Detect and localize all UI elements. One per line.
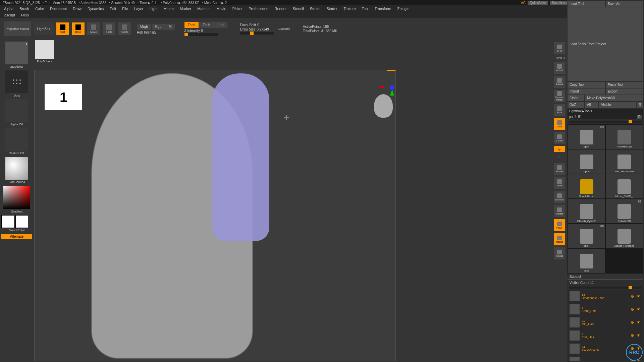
- draw-button[interactable]: Draw: [72, 22, 85, 35]
- menu-dynamics[interactable]: Dynamics: [88, 7, 104, 11]
- save-as-button[interactable]: Save As: [606, 1, 643, 7]
- tool-item[interactable]: Jacket_Referenc: [606, 224, 643, 248]
- menu-preferences[interactable]: Preferences: [249, 7, 268, 11]
- dynamic-toggle[interactable]: Dynamic: [278, 27, 290, 31]
- material-thumbnail[interactable]: [5, 157, 28, 180]
- menu-draw[interactable]: Draw: [73, 7, 82, 11]
- eye-icon[interactable]: 👁: [637, 307, 641, 312]
- brush-thumbnail[interactable]: 1: [5, 42, 28, 64]
- tool-item[interactable]: 89Cylinder3D: [606, 199, 643, 223]
- r-button-2[interactable]: R: [637, 115, 642, 119]
- goz-visible-button[interactable]: Visible: [599, 102, 636, 108]
- menu-render[interactable]: Render: [275, 7, 287, 11]
- actual-button[interactable]: Actual: [554, 62, 565, 74]
- polysphere-thumbnail[interactable]: [35, 40, 54, 59]
- rotate-nav-button[interactable]: Rotate: [554, 205, 565, 217]
- visible-count-slider[interactable]: [569, 287, 642, 289]
- move-nav-button[interactable]: Move: [554, 177, 565, 189]
- tool-item[interactable]: Hair_BaseMesh: [606, 149, 643, 174]
- gear-icon[interactable]: ⚙: [631, 320, 635, 325]
- menu-texture[interactable]: Texture: [343, 7, 356, 11]
- navigation-gizmo[interactable]: [374, 85, 394, 116]
- mrgb-button[interactable]: Mrgb: [137, 24, 151, 30]
- frame-button[interactable]: Frame: [554, 163, 565, 175]
- local-button[interactable]: Local: [554, 118, 565, 130]
- alpha-thumbnail[interactable]: [5, 99, 28, 122]
- polyf-button[interactable]: PolyF: [554, 219, 565, 231]
- texture-thumbnail[interactable]: [5, 128, 28, 151]
- menu-picker[interactable]: Picker: [232, 7, 243, 11]
- load-tool-button[interactable]: Load Tool: [568, 1, 605, 7]
- menu-alpha[interactable]: Alpha: [4, 7, 13, 11]
- zoom3d-button[interactable]: Zoom3D: [554, 191, 565, 203]
- load-project-button[interactable]: Load Tools From Project: [568, 7, 643, 81]
- menu-transform[interactable]: Transform: [375, 7, 391, 11]
- xyz-button[interactable]: Xyz: [554, 146, 565, 152]
- r-button-1[interactable]: R: [637, 102, 643, 108]
- stroke-thumbnail[interactable]: [5, 70, 28, 93]
- zsub-button[interactable]: Zsub: [199, 22, 213, 28]
- color-picker[interactable]: [3, 186, 30, 209]
- rotate-button[interactable]: Rotate: [118, 22, 131, 35]
- projection-master-button[interactable]: Projection Master: [4, 21, 31, 36]
- alternate-button[interactable]: Alternate: [1, 234, 32, 239]
- z-intensity-slider[interactable]: [184, 33, 218, 36]
- gear-icon[interactable]: ⚙: [631, 307, 635, 312]
- edit-button[interactable]: Edit: [56, 22, 69, 35]
- subtool-item[interactable]: 21Mid_Hair ⚙👁: [568, 316, 643, 329]
- rgb-button[interactable]: Rgb: [152, 24, 165, 30]
- zadd-button[interactable]: Zadd: [184, 22, 199, 28]
- scale-button[interactable]: Scale: [103, 22, 115, 35]
- eye-icon[interactable]: 👁: [637, 333, 641, 338]
- paste-tool-button[interactable]: Paste Tool: [606, 82, 643, 88]
- tool-item[interactable]: PolyMesh3D: [606, 125, 643, 149]
- menu-edit[interactable]: Edit: [110, 7, 116, 11]
- subtool-item[interactable]: 8Front_Hair ⚙👁: [568, 303, 643, 316]
- viewport[interactable]: 1: [34, 70, 396, 361]
- copy-tool-button[interactable]: Copy Tool: [568, 82, 605, 88]
- menu-file[interactable]: File: [122, 7, 128, 11]
- menu-layer[interactable]: Layer: [134, 7, 144, 11]
- tool-name-bar[interactable]: ppp4. 51 R: [568, 114, 643, 119]
- menu-movie[interactable]: Movie: [216, 7, 226, 11]
- menu-marker[interactable]: Marker: [180, 7, 191, 11]
- eye-icon[interactable]: 👁: [637, 294, 641, 299]
- tool-item[interactable]: UMesh_CyberP: [568, 199, 605, 223]
- tool-item[interactable]: 89ppp4: [568, 125, 605, 149]
- subtool-item[interactable]: 8End_Hair ⚙👁: [568, 329, 643, 342]
- tool-path[interactable]: Lightbox▶Tools: [568, 109, 643, 114]
- persp-button[interactable]: Dynamic Persp: [554, 90, 565, 102]
- tool-item[interactable]: ppp4: [568, 149, 605, 174]
- bpr-button[interactable]: BPR: [554, 42, 565, 54]
- spix-label[interactable]: SPix 3: [554, 56, 566, 60]
- goz-button[interactable]: GoZ: [568, 102, 584, 108]
- menu-brush[interactable]: Brush: [19, 7, 29, 11]
- menu-stroke[interactable]: Stroke: [310, 7, 321, 11]
- menu-stencil[interactable]: Stencil: [293, 7, 304, 11]
- gear-icon[interactable]: ⚙: [631, 333, 635, 338]
- subtool-item[interactable]: 13Detachable Face ⚙👁: [568, 290, 643, 303]
- tool-item[interactable]: SimpleBrush: [568, 174, 605, 198]
- main-color-swatch[interactable]: [1, 215, 14, 228]
- secondary-color-swatch[interactable]: [15, 215, 28, 228]
- menu-color[interactable]: Color: [35, 7, 44, 11]
- gear-icon[interactable]: ⚙: [631, 294, 635, 299]
- floor-button[interactable]: Floor: [554, 104, 565, 116]
- transp-button[interactable]: Transp: [554, 233, 565, 245]
- tool-item[interactable]: 89ppp4: [568, 224, 605, 248]
- clone-button[interactable]: Clone: [568, 95, 584, 101]
- m-button[interactable]: M: [165, 24, 175, 30]
- aahalf-button[interactable]: AAHalf: [554, 76, 565, 88]
- menu-document[interactable]: Document: [50, 7, 67, 11]
- draw-size-slider[interactable]: [240, 32, 274, 35]
- tool-item[interactable]: UMesh_PM3D_...: [606, 174, 643, 198]
- camera-head-icon[interactable]: [374, 94, 393, 118]
- menu-help[interactable]: Help: [21, 13, 29, 17]
- menu-starter[interactable]: Starter: [326, 7, 337, 11]
- canvas-preview[interactable]: 1: [45, 84, 82, 110]
- subtool-header[interactable]: Subtool: [568, 274, 643, 280]
- make-polymesh-button[interactable]: Make PolyMesh3D: [585, 95, 643, 101]
- lsym-button[interactable]: L.Sym: [554, 132, 565, 144]
- export-button[interactable]: Export: [606, 88, 643, 95]
- menu-material[interactable]: Material: [197, 7, 210, 11]
